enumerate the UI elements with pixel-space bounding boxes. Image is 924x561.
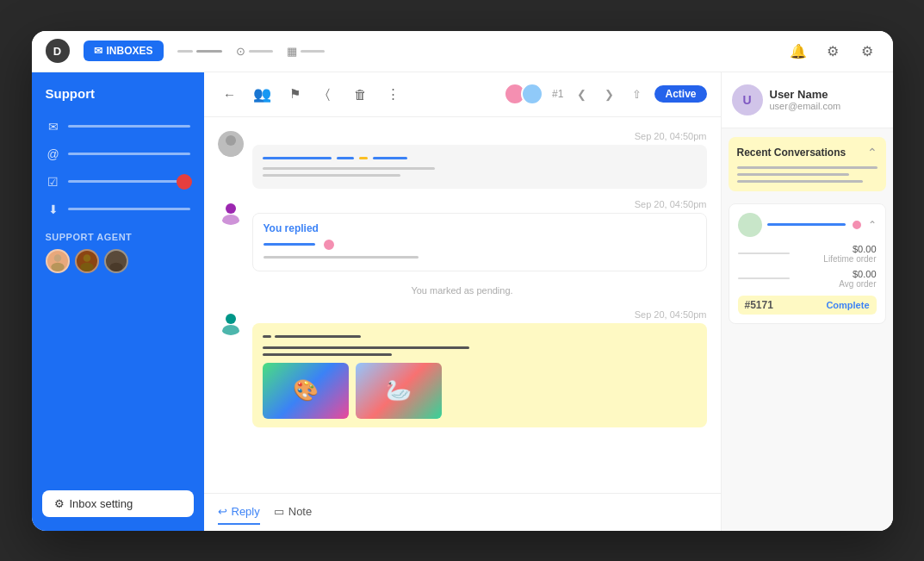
pending-dot xyxy=(322,238,336,252)
done-nav-icon: ☑ xyxy=(46,175,61,189)
sidebar-item-archive[interactable]: ⬇ xyxy=(39,197,197,221)
note-tab[interactable]: ▭ Note xyxy=(274,500,312,525)
order-card: ⌃ $0.00 Lifetime order $0.00 xyxy=(729,203,886,324)
message-1-content: Sep 20, 04:50pm xyxy=(252,131,707,189)
sidebar-title: Support xyxy=(32,86,204,115)
nav-bar-chart xyxy=(177,50,222,53)
sidebar-badge xyxy=(177,174,192,190)
pending-status: You marked as pending. xyxy=(218,282,707,299)
user-profile: U User Name user@email.com xyxy=(722,72,893,128)
gear-setting-icon: ⚙ xyxy=(54,497,65,510)
sidebar-item-inbox[interactable]: ✉ xyxy=(39,115,197,139)
active-status-badge: Active xyxy=(654,85,706,103)
back-button[interactable]: ← xyxy=(218,82,242,106)
agent-avatar-3 xyxy=(104,249,128,273)
image-1: 🎨 xyxy=(263,363,349,419)
assign-icon[interactable]: 👥 xyxy=(251,82,275,106)
sidebar: Support ✉ @ ☑ ⬇ xyxy=(32,72,204,531)
expand-button[interactable]: ⇧ xyxy=(627,84,646,103)
next-conv-button[interactable]: ❯ xyxy=(599,84,618,103)
rc-line-1 xyxy=(737,166,877,169)
conversation-toolbar: ← 👥 ⚑ 〈 🗑 ⋮ #1 ❮ ❯ ⇧ Active xyxy=(204,72,721,117)
notification-bell-icon[interactable]: 🔔 xyxy=(786,39,810,63)
reply-bar: ↩ Reply ▭ Note xyxy=(204,493,721,531)
settings-gear-icon[interactable]: ⚙ xyxy=(821,39,845,63)
sidebar-item-done[interactable]: ☑ xyxy=(39,170,197,194)
message-3-bubble: 🎨 🦢 xyxy=(252,323,707,427)
agent-avatar-1 xyxy=(46,249,70,273)
more-options-icon[interactable]: ⋮ xyxy=(381,82,406,106)
messages-list: Sep 20, 04:50pm xyxy=(204,117,721,493)
archive-nav-icon: ⬇ xyxy=(46,203,61,216)
message-2-timestamp: Sep 20, 04:50pm xyxy=(252,199,707,209)
svg-point-1 xyxy=(51,262,64,271)
user-email: user@email.com xyxy=(770,101,841,111)
user-avatar: U xyxy=(732,84,763,115)
svg-point-6 xyxy=(226,135,236,146)
inbox-nav-icon: ✉ xyxy=(46,120,61,134)
recent-conv-header: Recent Conversations ⌃ xyxy=(737,146,877,159)
app-logo: D xyxy=(46,39,70,63)
assignee-avatar-2 xyxy=(521,83,543,105)
inbox-icon: ✉ xyxy=(94,45,102,57)
user-settings-icon[interactable]: ⚙ xyxy=(855,39,879,63)
message-images: 🎨 🦢 xyxy=(263,363,697,419)
avg-order-label: Avg order xyxy=(839,279,876,289)
right-panel: U User Name user@email.com Recent Conver… xyxy=(721,72,893,531)
message-1-avatar xyxy=(218,131,244,157)
svg-point-4 xyxy=(112,254,120,262)
recent-conversations-title: Recent Conversations xyxy=(737,146,846,159)
prev-conv-button[interactable]: ❮ xyxy=(572,84,591,103)
mention-nav-icon: @ xyxy=(46,147,61,161)
collapse-icon[interactable]: ⌃ xyxy=(867,146,877,159)
order-status-dot xyxy=(851,219,863,231)
svg-point-0 xyxy=(53,254,61,262)
recent-conversations-card: Recent Conversations ⌃ xyxy=(729,137,886,191)
message-1: Sep 20, 04:50pm xyxy=(218,131,707,189)
message-2: Sep 20, 04:50pm You replied xyxy=(218,199,707,271)
conversation-area: ← 👥 ⚑ 〈 🗑 ⋮ #1 ❮ ❯ ⇧ Active xyxy=(204,72,721,531)
order-avatar xyxy=(738,213,762,237)
lifetime-order-value: $0.00 xyxy=(823,244,876,254)
recent-conv-lines xyxy=(737,166,877,183)
order-collapse-icon[interactable]: ⌃ xyxy=(868,219,877,231)
note-icon: ▭ xyxy=(274,505,284,518)
reply-tab[interactable]: ↩ Reply xyxy=(218,500,260,525)
svg-point-11 xyxy=(222,325,239,335)
svg-point-2 xyxy=(83,254,90,262)
message-1-timestamp: Sep 20, 04:50pm xyxy=(252,131,707,141)
message-1-bubble xyxy=(252,145,707,189)
message-3-avatar xyxy=(218,309,244,335)
flag-icon[interactable]: ⚑ xyxy=(283,82,307,106)
avg-order-line xyxy=(738,277,790,279)
lifetime-order-line xyxy=(738,252,790,254)
agents-list xyxy=(32,249,204,284)
label-icon[interactable]: 〈 xyxy=(316,82,340,106)
conversation-number: #1 xyxy=(552,88,563,100)
reply-icon: ↩ xyxy=(218,505,227,518)
avg-order-value: $0.00 xyxy=(839,269,876,279)
sidebar-nav: ✉ @ ☑ ⬇ xyxy=(32,115,204,221)
message-3-content: Sep 20, 04:50pm 🎨 🦢 xyxy=(252,309,707,427)
delete-icon[interactable]: 🗑 xyxy=(349,82,373,106)
user-name: User Name xyxy=(770,88,841,101)
agent-avatar-2 xyxy=(75,249,99,273)
user-info: User Name user@email.com xyxy=(770,88,841,111)
nav-bar-3: ▦ xyxy=(287,45,325,58)
reply-indicator: You replied xyxy=(264,222,696,234)
inbox-setting-button[interactable]: ⚙ Inbox setting xyxy=(42,490,194,517)
message-2-content: Sep 20, 04:50pm You replied xyxy=(252,199,707,271)
sidebar-item-mention[interactable]: @ xyxy=(39,142,197,166)
inboxes-button[interactable]: ✉ INBOXES xyxy=(84,41,164,61)
avg-order-values: $0.00 Avg order xyxy=(839,269,876,289)
image-2: 🦢 xyxy=(356,363,442,419)
svg-point-3 xyxy=(80,262,93,271)
rc-line-3 xyxy=(737,180,864,183)
rc-line-2 xyxy=(737,173,849,176)
message-2-avatar xyxy=(218,199,244,225)
order-stats: $0.00 Lifetime order $0.00 Avg order xyxy=(738,244,877,289)
lifetime-order-values: $0.00 Lifetime order xyxy=(823,244,876,264)
svg-point-10 xyxy=(226,314,236,324)
message-2-bubble: You replied xyxy=(252,213,707,271)
message-3: Sep 20, 04:50pm 🎨 🦢 xyxy=(218,309,707,427)
